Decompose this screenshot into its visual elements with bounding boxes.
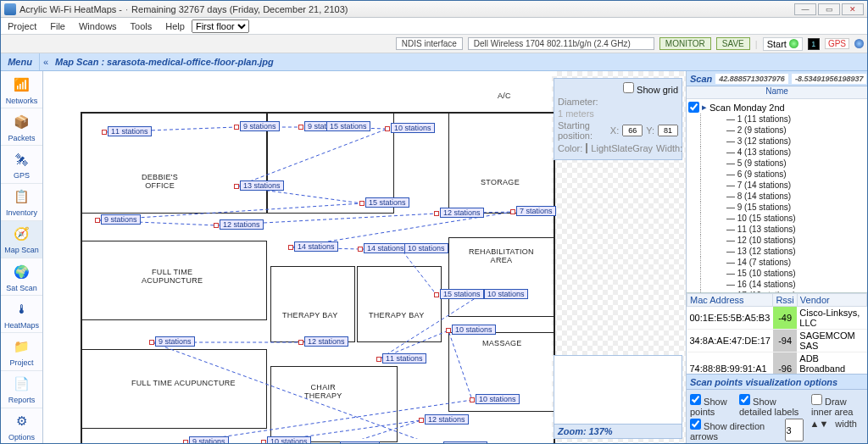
scan-point[interactable] xyxy=(385,126,390,131)
minimap[interactable]: Zoom: 137% xyxy=(554,355,682,439)
scan-item[interactable]: — 12 (10 stations) xyxy=(700,235,865,246)
nav-project[interactable]: 📁Project xyxy=(1,333,42,370)
scan-point[interactable] xyxy=(183,440,188,444)
show-points-check[interactable] xyxy=(690,394,701,405)
scan-point[interactable] xyxy=(149,340,154,345)
scan-point[interactable] xyxy=(358,247,363,252)
menu-help[interactable]: Help xyxy=(159,21,192,31)
scan-point[interactable] xyxy=(419,418,424,423)
mac-row[interactable]: 34:8A:AE:47:DE:17-94SAGEMCOM SAS xyxy=(687,330,867,352)
station-label: 15 stations xyxy=(440,289,484,299)
scan-point[interactable] xyxy=(510,209,515,214)
maximize-button[interactable]: ▭ xyxy=(818,3,840,15)
scan-point[interactable] xyxy=(298,340,303,345)
menu-windows[interactable]: Windows xyxy=(72,21,124,31)
scan-point[interactable] xyxy=(261,440,266,444)
scan-tree[interactable]: ▸Scan Monday 2nd — 1 (11 stations)— 2 (9… xyxy=(687,99,867,292)
nav-heatmaps[interactable]: 🌡HeatMaps xyxy=(1,296,42,333)
mapscan-menu[interactable]: Menu xyxy=(1,53,40,70)
channel-box[interactable]: 1 xyxy=(808,38,820,50)
scan-item[interactable]: — 9 (15 stations) xyxy=(700,202,865,213)
nav-map-scan[interactable]: 🧭Map Scan xyxy=(1,221,42,258)
scan-point[interactable] xyxy=(434,292,439,297)
scan-item[interactable]: — 16 (14 stations) xyxy=(700,279,865,290)
scan-point[interactable] xyxy=(288,245,293,250)
scan-point[interactable] xyxy=(95,218,100,223)
station-label: 13 stations xyxy=(240,180,284,191)
grid-x[interactable] xyxy=(622,125,643,136)
scan-point[interactable] xyxy=(234,125,239,130)
scan-item[interactable]: — 7 (14 stations) xyxy=(700,180,865,191)
station-label: 11 stations xyxy=(108,126,152,136)
show-grid-check[interactable] xyxy=(623,82,634,93)
mac-row[interactable]: 74:88:8B:99:91:A1-96ADB Broadband Italia xyxy=(687,352,867,375)
inner-check[interactable] xyxy=(811,394,822,405)
ndis-value[interactable]: Dell Wireless 1704 802.11b/g/n (2.4 GHz) xyxy=(468,37,654,50)
scan-item[interactable]: — 2 (9 stations) xyxy=(700,125,865,136)
mac-grid[interactable]: Mac AddressRssiVendor 00:1E:E5:5B:A5:B3-… xyxy=(687,292,867,374)
station-label: 15 stations xyxy=(326,121,370,131)
play-icon xyxy=(789,39,798,48)
scan-item[interactable]: — 15 (10 stations) xyxy=(700,268,865,279)
scan-item[interactable]: — 11 (13 stations) xyxy=(700,224,865,235)
start-button[interactable]: Start xyxy=(763,37,803,51)
minimize-button[interactable]: — xyxy=(794,3,816,15)
scan-point[interactable] xyxy=(434,211,439,216)
station-label: 9 stations xyxy=(101,214,141,225)
collapse-icon[interactable]: « xyxy=(40,57,52,67)
station-label: 10 stations xyxy=(391,123,435,133)
scan-item[interactable]: — 6 (9 stations) xyxy=(700,169,865,180)
station-label: 11 stations xyxy=(382,353,426,364)
scan-item[interactable]: — 13 (12 stations) xyxy=(700,246,865,257)
station-label: 9 stations xyxy=(189,436,229,444)
scan-point[interactable] xyxy=(376,357,381,362)
nav-sat-scan[interactable]: 🌍Sat Scan xyxy=(1,258,42,296)
nav-packets[interactable]: 📦Packets xyxy=(1,108,42,146)
detailed-check[interactable] xyxy=(739,394,750,405)
close-button[interactable]: ✕ xyxy=(842,3,864,15)
monitor-button[interactable]: MONITOR xyxy=(659,37,711,50)
nav-inventory[interactable]: 📋Inventory xyxy=(1,184,42,221)
menu-tools[interactable]: Tools xyxy=(124,21,159,31)
coord-lat: 42.8885713037976 xyxy=(715,74,788,84)
scan-item[interactable]: — 1 (11 stations) xyxy=(700,114,865,125)
save-button[interactable]: SAVE xyxy=(716,37,750,50)
scan-point[interactable] xyxy=(359,201,364,206)
networks-icon: 📶 xyxy=(12,75,32,95)
nav-options[interactable]: ⚙Options xyxy=(1,408,42,444)
coord-lon: -8.53491956198937 xyxy=(792,74,867,84)
scan-item[interactable]: — 14 (7 stations) xyxy=(700,257,865,268)
scan-point[interactable] xyxy=(214,223,219,228)
scan-point[interactable] xyxy=(446,328,451,333)
scan-item[interactable]: — 4 (13 stations) xyxy=(700,147,865,158)
scan-point[interactable] xyxy=(470,397,475,402)
scan-point[interactable] xyxy=(298,125,303,130)
scan-item[interactable]: — 3 (12 stations) xyxy=(700,136,865,147)
dir-value[interactable] xyxy=(785,419,804,441)
menu-project[interactable]: Project xyxy=(1,21,43,31)
scan-root-check[interactable] xyxy=(688,102,699,113)
menu-bar: Project File Windows Tools Help First fl… xyxy=(1,18,867,35)
scan-point[interactable] xyxy=(234,184,239,189)
nav-reports[interactable]: 📄Reports xyxy=(1,371,42,408)
station-label: 14 stations xyxy=(294,241,338,252)
nav-gps[interactable]: 🛰GPS xyxy=(1,146,42,183)
nav-networks[interactable]: 📶Networks xyxy=(1,71,42,108)
color-chip[interactable] xyxy=(586,143,587,153)
options-icon: ⚙ xyxy=(12,411,32,431)
scan-item[interactable]: — 8 (14 stations) xyxy=(700,191,865,202)
scan-point[interactable] xyxy=(102,130,107,135)
nav-sidebar: 📶Networks📦Packets🛰GPS📋Inventory🧭Map Scan… xyxy=(1,71,43,444)
floor-selector[interactable]: First floor xyxy=(192,19,249,33)
app-logo-icon xyxy=(4,3,16,15)
scan-item[interactable]: — 5 (9 stations) xyxy=(700,158,865,169)
menu-file[interactable]: File xyxy=(43,21,72,31)
scan-item[interactable]: — 10 (15 stations) xyxy=(700,213,865,224)
toolbar: NDIS interface Dell Wireless 1704 802.11… xyxy=(1,35,867,53)
gps-button[interactable]: GPS xyxy=(825,38,849,49)
station-label: 9 stations xyxy=(240,121,280,131)
grid-y[interactable] xyxy=(658,125,678,136)
direction-check[interactable] xyxy=(690,419,701,430)
floorplan-canvas[interactable]: DEBBIE'S OFFICE FULL TIME ACUPUNCTURE FU… xyxy=(43,71,686,444)
mac-row[interactable]: 00:1E:E5:5B:A5:B3-49Cisco-Linksys, LLC xyxy=(687,307,867,330)
